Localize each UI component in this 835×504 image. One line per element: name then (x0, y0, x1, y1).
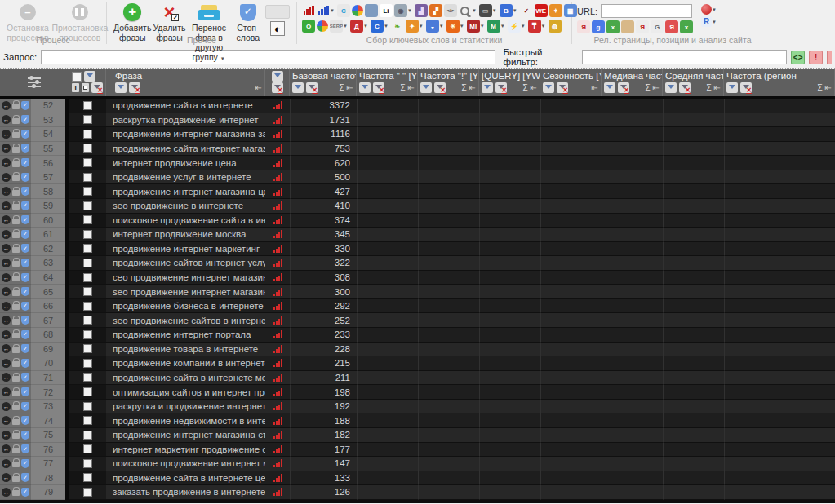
base-frequency-cell[interactable]: 177 (290, 443, 357, 458)
empty-value-cell[interactable] (540, 413, 602, 428)
yandex-pos-icon[interactable]: Я (636, 20, 649, 33)
shield-row-icon[interactable]: ✓ (21, 387, 29, 396)
empty-value-cell[interactable] (602, 256, 663, 271)
sum-sigma-icon[interactable]: Σ (522, 83, 527, 92)
shield-row-icon[interactable]: ✓ (21, 444, 29, 453)
filter-edit-icon[interactable] (272, 71, 283, 82)
empty-value-cell[interactable] (663, 443, 724, 458)
base-frequency-cell[interactable]: 228 (290, 343, 357, 357)
shield-row-icon[interactable]: ✓ (21, 459, 29, 468)
base-frequency-cell[interactable]: 308 (290, 271, 357, 285)
lock-row-icon[interactable] (12, 333, 20, 338)
sync-row-icon[interactable]: ↔ (2, 373, 11, 382)
empty-value-cell[interactable] (724, 443, 835, 458)
empty-value-cell[interactable] (663, 299, 724, 314)
row-checkbox[interactable] (83, 330, 92, 339)
sum-sigma-icon[interactable]: Σ (817, 83, 822, 92)
empty-value-cell[interactable] (357, 184, 418, 199)
filter-clear-icon[interactable]: ✕ (306, 82, 318, 93)
empty-value-cell[interactable] (479, 413, 540, 428)
empty-value-cell[interactable] (479, 400, 540, 414)
shield-row-icon[interactable]: ✓ (21, 316, 29, 325)
add-phrases-button[interactable]: + Добавить фразы (113, 2, 151, 62)
chevron-down-icon[interactable]: ▼ (363, 24, 368, 29)
row-checkbox[interactable] (83, 459, 92, 468)
numeric-column-header[interactable]: [QUERY] [YW]✕Σ⇤ (479, 69, 540, 96)
empty-value-cell[interactable] (602, 356, 663, 371)
empty-value-cell[interactable] (418, 343, 479, 357)
empty-value-cell[interactable] (479, 256, 540, 271)
trend-cell[interactable] (265, 156, 290, 170)
empty-value-cell[interactable] (724, 113, 835, 128)
empty-value-cell[interactable] (602, 156, 663, 170)
empty-value-cell[interactable] (663, 485, 724, 500)
pin-column-icon[interactable]: ⇤ (469, 83, 476, 92)
phrase-cell[interactable]: заказать продвижение в интернете (106, 485, 265, 500)
phrase-cell[interactable]: продвижение сайтов интернет услуги (106, 256, 265, 271)
empty-value-cell[interactable] (418, 457, 479, 471)
empty-value-cell[interactable] (663, 343, 724, 357)
regex-filter-button[interactable]: <> (791, 51, 805, 64)
empty-value-cell[interactable] (663, 214, 724, 228)
base-frequency-cell[interactable]: 147 (290, 457, 357, 471)
empty-value-cell[interactable] (479, 156, 540, 170)
chevron-down-icon[interactable]: ▼ (712, 20, 717, 24)
empty-value-cell[interactable] (357, 385, 418, 400)
sync-row-icon[interactable]: ↔ (2, 259, 11, 267)
empty-value-cell[interactable] (724, 343, 835, 357)
base-frequency-cell[interactable]: 188 (290, 413, 357, 428)
empty-value-cell[interactable] (540, 156, 602, 170)
empty-value-cell[interactable] (602, 113, 663, 128)
chevron-down-icon[interactable]: ▼ (472, 8, 477, 13)
shield-row-icon[interactable]: ✓ (21, 201, 29, 210)
flower-icon[interactable] (317, 20, 328, 32)
lock-row-icon[interactable] (12, 476, 20, 482)
trend-cell[interactable] (265, 400, 290, 414)
row-checkbox[interactable] (83, 215, 92, 224)
sum-sigma-icon[interactable]: Σ (645, 83, 650, 92)
filter-clear-icon[interactable]: ✕ (129, 82, 140, 93)
direct-d-icon[interactable]: Д (350, 20, 363, 33)
pin-column-icon[interactable]: ⇤ (592, 83, 598, 92)
empty-value-cell[interactable] (418, 214, 479, 228)
empty-value-cell[interactable] (357, 156, 418, 170)
empty-value-cell[interactable] (724, 285, 835, 299)
empty-value-cell[interactable] (663, 413, 724, 428)
sync-row-icon[interactable]: ↔ (2, 302, 11, 311)
empty-value-cell[interactable] (357, 242, 418, 257)
sync-row-icon[interactable]: ↔ (2, 330, 11, 339)
invert-selection-button[interactable]: I (72, 83, 79, 92)
phrase-cell[interactable]: поисковое продвижение интернет магаз (106, 457, 265, 471)
pin-column-icon[interactable]: ⇤ (347, 83, 353, 92)
c-blue-icon[interactable]: C (371, 20, 384, 33)
numeric-column-header[interactable]: Базовая частота✕Σ⇤ (290, 69, 357, 96)
lock-row-icon[interactable] (12, 347, 20, 353)
sync-row-icon[interactable]: ↔ (2, 158, 11, 167)
empty-value-cell[interactable] (724, 214, 835, 228)
empty-value-cell[interactable] (357, 413, 418, 428)
phrase-cell[interactable]: продвижение недвижимости в интернет (106, 413, 265, 428)
phrase-cell[interactable]: продвижение услуг в интернете (106, 170, 265, 185)
screen-icon[interactable]: ▭ (479, 4, 492, 17)
base-frequency-cell[interactable]: 252 (290, 313, 357, 328)
filter-clear-icon[interactable]: ✕ (91, 82, 103, 93)
empty-value-cell[interactable] (663, 457, 724, 471)
sum-sigma-icon[interactable]: Σ (400, 83, 405, 92)
empty-value-cell[interactable] (724, 400, 835, 414)
stopwords-button[interactable]: ✓ Стоп-слова (233, 2, 264, 62)
leaf-icon[interactable]: ❧ (391, 20, 404, 33)
empty-value-cell[interactable] (724, 256, 835, 271)
trend-cell[interactable] (265, 142, 290, 157)
lock-row-icon[interactable] (12, 419, 20, 425)
liveinternet-icon[interactable]: Li (380, 4, 393, 17)
select-all-checkbox[interactable] (72, 72, 82, 82)
empty-value-cell[interactable] (602, 343, 663, 357)
shield-row-icon[interactable]: ✓ (21, 359, 29, 368)
check-red-icon[interactable]: ✓ (520, 4, 533, 17)
empty-value-cell[interactable] (418, 299, 479, 314)
empty-value-cell[interactable] (663, 428, 724, 443)
empty-value-cell[interactable] (418, 328, 479, 343)
empty-value-cell[interactable] (418, 485, 479, 500)
row-checkbox[interactable] (83, 473, 92, 482)
pin-column-icon[interactable]: ⇤ (825, 83, 832, 92)
